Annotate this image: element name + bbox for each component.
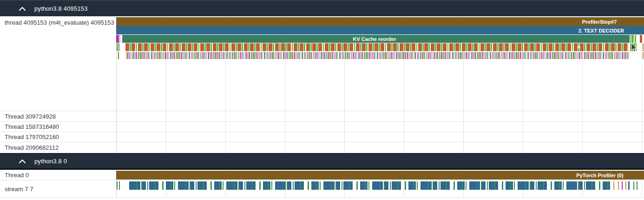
trace-event-segment[interactable] bbox=[515, 52, 516, 59]
trace-event-segment[interactable] bbox=[223, 43, 224, 51]
trace-event-segment[interactable] bbox=[466, 43, 467, 51]
trace-event-segment[interactable] bbox=[558, 52, 559, 59]
trace-event-segment[interactable] bbox=[597, 52, 598, 59]
trace-event-segment[interactable] bbox=[294, 43, 297, 51]
trace-event-segment[interactable] bbox=[329, 43, 330, 51]
trace-event-segment[interactable] bbox=[142, 43, 144, 51]
trace-event-segment[interactable] bbox=[246, 52, 247, 59]
trace-event-segment[interactable] bbox=[397, 52, 397, 59]
trace-event-segment[interactable] bbox=[119, 35, 121, 43]
trace-event-segment[interactable] bbox=[628, 52, 629, 59]
trace-event-segment[interactable] bbox=[512, 43, 515, 51]
trace-event-segment[interactable] bbox=[374, 52, 375, 59]
trace-event-segment[interactable] bbox=[635, 35, 637, 43]
trace-event-segment[interactable] bbox=[414, 181, 416, 190]
trace-event-segment[interactable] bbox=[485, 52, 486, 59]
trace-event-segment[interactable] bbox=[516, 52, 517, 59]
trace-event-segment[interactable] bbox=[556, 52, 557, 59]
trace-event-segment[interactable] bbox=[457, 181, 462, 190]
trace-event-segment[interactable] bbox=[572, 43, 573, 51]
trace-event-segment[interactable] bbox=[240, 52, 241, 59]
trace-event-segment[interactable] bbox=[378, 52, 378, 59]
trace-event-segment[interactable] bbox=[526, 181, 529, 190]
trace-event-segment[interactable] bbox=[412, 43, 415, 51]
trace-event-segment[interactable] bbox=[288, 181, 291, 190]
trace-event-segment[interactable] bbox=[318, 52, 319, 59]
trace-event-segment[interactable] bbox=[497, 43, 499, 51]
trace-event-segment[interactable] bbox=[337, 43, 341, 51]
collapse-chevron-icon[interactable] bbox=[19, 159, 26, 163]
trace-event-segment[interactable] bbox=[318, 43, 322, 51]
trace-event-segment[interactable] bbox=[496, 52, 497, 59]
process-header-python38-4095153[interactable]: python3.8 4095153 bbox=[0, 0, 644, 16]
trace-event-segment[interactable] bbox=[219, 43, 223, 51]
trace-event-segment[interactable] bbox=[237, 43, 241, 51]
trace-event-segment[interactable] bbox=[598, 52, 599, 59]
trace-event-segment[interactable] bbox=[521, 52, 522, 59]
trace-event-segment[interactable] bbox=[167, 52, 168, 59]
trace-event-segment[interactable] bbox=[320, 181, 321, 190]
trace-event-segment[interactable] bbox=[191, 181, 194, 190]
trace-event-segment[interactable] bbox=[140, 52, 141, 59]
trace-event-segment[interactable] bbox=[178, 181, 185, 190]
trace-event-segment[interactable] bbox=[480, 43, 484, 51]
trace-event-segment[interactable] bbox=[477, 181, 480, 190]
trace-event-segment[interactable] bbox=[227, 52, 228, 59]
trace-event-segment[interactable] bbox=[131, 52, 131, 59]
trace-event-segment[interactable] bbox=[460, 43, 461, 51]
trace-event-segment[interactable] bbox=[469, 52, 470, 59]
trace-event-segment[interactable] bbox=[343, 52, 344, 59]
trace-event-segment[interactable] bbox=[436, 52, 437, 59]
trace-event-segment[interactable] bbox=[528, 52, 529, 59]
trace-event-segment[interactable] bbox=[595, 52, 596, 59]
trace-event-segment[interactable] bbox=[116, 171, 644, 180]
trace-event-segment[interactable] bbox=[613, 52, 614, 59]
trace-event-segment[interactable] bbox=[199, 52, 200, 59]
trace-event-segment[interactable] bbox=[488, 52, 489, 59]
trace-event-segment[interactable] bbox=[431, 43, 434, 51]
trace-event-segment[interactable] bbox=[222, 52, 223, 59]
trace-event-segment[interactable] bbox=[619, 52, 620, 59]
trace-event-segment[interactable] bbox=[564, 52, 565, 59]
trace-event-segment[interactable] bbox=[462, 52, 463, 59]
trace-event-segment[interactable] bbox=[625, 52, 626, 59]
trace-event-segment[interactable] bbox=[526, 52, 527, 59]
trace-event-segment[interactable] bbox=[147, 181, 148, 190]
trace-event-segment[interactable] bbox=[606, 52, 606, 59]
trace-event-segment[interactable] bbox=[487, 181, 488, 190]
trace-event-segment[interactable] bbox=[234, 52, 235, 59]
trace-event-segment[interactable] bbox=[142, 181, 146, 190]
trace-event-segment[interactable] bbox=[408, 181, 413, 190]
trace-event-segment[interactable] bbox=[447, 43, 449, 51]
trace-event-segment[interactable] bbox=[579, 181, 583, 190]
trace-event-segment[interactable] bbox=[500, 52, 501, 59]
trace-event-segment[interactable] bbox=[159, 52, 160, 59]
trace-event-segment[interactable] bbox=[283, 181, 286, 190]
trace-event-segment[interactable] bbox=[640, 35, 642, 43]
trace-event-segment[interactable] bbox=[223, 52, 224, 59]
trace-event-segment[interactable] bbox=[269, 43, 272, 51]
trace-event-segment[interactable] bbox=[256, 52, 257, 59]
trace-event-segment[interactable] bbox=[613, 181, 614, 190]
trace-event-segment[interactable] bbox=[296, 52, 296, 59]
trace-event-segment[interactable] bbox=[343, 43, 347, 51]
trace-event-segment[interactable] bbox=[603, 43, 605, 51]
trace-event-segment[interactable] bbox=[472, 52, 473, 59]
trace-event-segment[interactable] bbox=[591, 43, 592, 51]
trace-event-segment[interactable] bbox=[530, 43, 534, 51]
trace-event-segment[interactable] bbox=[214, 52, 215, 59]
trace-event-segment[interactable] bbox=[466, 181, 467, 190]
trace-event-segment[interactable] bbox=[397, 43, 399, 51]
trace-event-segment[interactable] bbox=[195, 52, 196, 59]
trace-event-segment[interactable] bbox=[603, 181, 607, 190]
trace-event-segment[interactable] bbox=[317, 181, 319, 190]
trace-event-segment[interactable] bbox=[148, 43, 150, 51]
trace-event-segment[interactable] bbox=[250, 43, 254, 51]
trace-event-segment[interactable] bbox=[506, 52, 507, 59]
trace-event-segment[interactable] bbox=[349, 52, 350, 59]
trace-event-segment[interactable] bbox=[157, 43, 160, 51]
trace-event-segment[interactable] bbox=[304, 43, 305, 51]
trace-event-segment[interactable] bbox=[416, 43, 418, 51]
trace-event-segment[interactable] bbox=[643, 52, 644, 59]
trace-event-segment[interactable] bbox=[244, 43, 248, 51]
